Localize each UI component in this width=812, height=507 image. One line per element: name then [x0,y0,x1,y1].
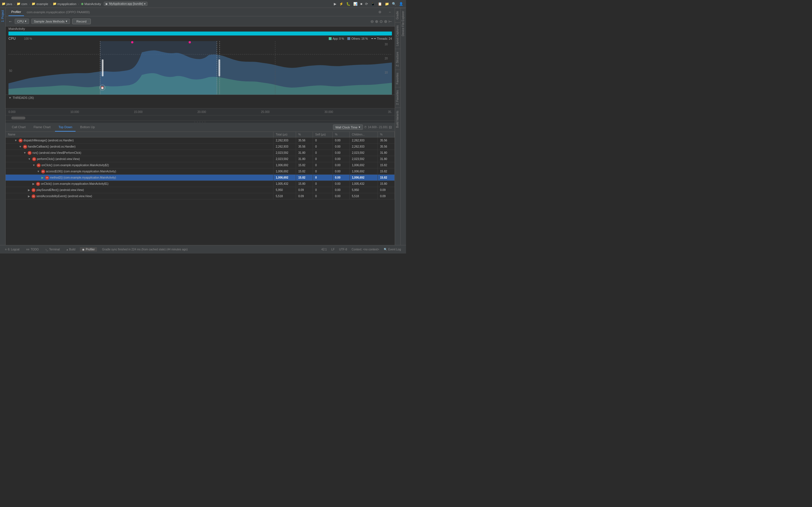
breadcrumb-myapplication[interactable]: 📁 myapplication [53,2,77,6]
th-children[interactable]: Children... [350,132,378,137]
th-children-pct[interactable]: % [378,132,395,137]
sync-button[interactable]: ⟳ [364,1,369,6]
attach-debug-button[interactable]: 🐛 [345,1,352,6]
status-tab-event-log[interactable]: 🔍 Event Log [382,247,403,251]
expand-icon[interactable]: ▼ [37,170,40,173]
table-row[interactable]: ▼ m performClick() (android.view.View) 2… [6,156,395,162]
zoom-fit-button[interactable]: ⊛ [384,19,388,24]
sidebar-item-gradle[interactable]: Gradle [395,8,400,22]
row-5-self-pct: 0.00 [333,162,350,168]
zoom-out-button[interactable]: ⊖ [370,19,374,24]
method-icon: m [23,145,27,149]
row-8-total-pct: 15.80 [296,181,313,187]
tab-bottom-up[interactable]: Bottom Up [77,123,98,131]
expand-icon[interactable]: ▼ [28,158,31,161]
row-6-self-pct: 0.00 [333,168,350,174]
zoom-end-button[interactable]: ⊢ [389,19,392,24]
back-button[interactable]: ← [8,19,12,24]
status-tab-profiler[interactable]: ◉ Profiler [80,247,97,251]
zoom-in-button[interactable]: ⊕ [375,19,378,24]
sidebar-item-layout-captures[interactable]: Layout Captures [395,22,400,49]
expand-icon[interactable]: ▶ [28,188,30,191]
table-row[interactable]: ▶ m playSoundEffect() (android.view.View… [6,187,395,193]
play-icon[interactable]: ▶ [42,176,44,179]
logcat-icon: ≡ [5,248,7,251]
sidebar-item-device-file-explorer[interactable]: Device File Explorer [401,8,405,39]
profiler-header: Profiler com.example.myapplication (OPPO… [6,8,395,16]
th-total-pct[interactable]: % [296,132,313,137]
row-9-children: 5,950 [350,187,378,193]
scroll-thumb[interactable] [11,117,26,119]
th-name[interactable]: Name [6,132,273,137]
profiler-button[interactable]: 📊 [352,1,359,6]
status-tab-logcat[interactable]: ≡ 6: Logcat [3,247,22,251]
table-row-selected[interactable]: ▶ m method2() (com.example.myapplication… [6,175,395,181]
row-6-total-pct: 15.82 [296,168,313,174]
filter-button[interactable]: ⊟ [389,125,392,129]
search-button[interactable]: 🔍 [391,1,397,6]
zoom-reset-button[interactable]: ⊙ [379,19,383,24]
status-tab-build[interactable]: ▴ Build [64,247,78,251]
sidebar-item-favorites[interactable]: Favorites [395,69,400,87]
expand-icon[interactable]: ▼ [14,139,17,142]
row-3-name: ▼ m run() (android.view.View$PerformClic… [6,150,273,156]
cpu-chart-container[interactable]: 30 20 10 ⏰ [8,41,392,95]
th-self[interactable]: Self (μs) [313,132,333,137]
tab-profiler[interactable]: Profiler [8,8,24,16]
threads-row[interactable]: ▼ THREADS (26) [6,95,395,101]
sidebar-item-project[interactable]: 1: Project [1,8,5,24]
wall-clock-time-selector[interactable]: Wall Clock Time ▾ [333,124,363,130]
stop-button[interactable]: ■ [359,1,363,6]
table-row[interactable]: ▼ m run() (android.view.View$PerformClic… [6,150,395,156]
expand-icon[interactable]: ▶ [28,194,30,198]
expand-icon[interactable]: ▼ [33,164,35,167]
status-tab-terminal[interactable]: ›_ Terminal [43,247,62,251]
status-tab-todo[interactable]: ≡≡ TODO [24,247,41,251]
table-row[interactable]: ▶ m onClick() (com.example.myapplication… [6,181,395,187]
profiler-settings-button[interactable]: ⚙ [377,10,383,15]
debug-button[interactable]: ⚡ [338,1,345,6]
svg-text:20: 20 [385,57,388,60]
breadcrumb-example[interactable]: 📁 example [32,2,48,6]
project-structure-button[interactable]: 📁 [384,1,390,6]
table-row[interactable]: ▼ m dispatchMessage() (android.os.Handle… [6,137,395,144]
table-row[interactable]: ▼ m onClick() (com.example.myapplication… [6,162,395,168]
sidebar-item-structure[interactable]: Z: Structure [395,49,400,69]
tab-top-down[interactable]: Top Down [55,123,75,131]
table-row[interactable]: ▼ m handleCallback() (android.os.Handler… [6,144,395,150]
tab-call-chart[interactable]: Call Chart [8,123,29,131]
table-container[interactable]: ▼ m dispatchMessage() (android.os.Handle… [6,137,395,245]
run-config-selector[interactable]: ▶ MyApplication:app [bundle] ▾ [104,2,147,6]
cpu-legend: App: 0 % Others: 16 % Threads: 24 [329,37,392,40]
tab-flame-chart[interactable]: Flame Chart [30,123,54,131]
legend-app: App: 0 % [329,37,344,40]
row-3-self: 0 [313,150,333,156]
th-total[interactable]: Total (μs) [273,132,296,137]
sdk-manager-button[interactable]: 📋 [377,1,383,6]
table-row[interactable]: ▶ m sendAccessibilityEvent() (android.vi… [6,193,395,200]
row-4-children-pct: 31.80 [378,156,395,162]
run-button[interactable]: ▶ [333,1,338,6]
record-button[interactable]: Record [72,18,91,24]
sidebar-item-2-favorites[interactable]: 2: Favorites [395,87,400,108]
breadcrumb-mainactivity[interactable]: ◉ MainActivity [81,2,101,6]
th-self-pct[interactable]: % [333,132,350,137]
account-button[interactable]: 👤 [398,1,404,6]
row-7-children-pct: 15.82 [378,175,395,180]
expand-icon[interactable]: ▼ [19,145,22,148]
run-config-icon: ▶ [106,2,108,5]
avd-button[interactable]: 📱 [370,1,376,6]
breadcrumb-com[interactable]: 📁 com [17,2,28,6]
profiler-minimize-button[interactable]: − [388,10,392,15]
breadcrumb-java[interactable]: 📁 java [2,2,12,6]
cpu-selector[interactable]: CPU ▾ [15,18,29,24]
row-8-name: ▶ m onClick() (com.example.myapplication… [6,181,273,187]
table-row[interactable]: ▼ m access$100() (com.example.myapplicat… [6,168,395,175]
bottom-section: Call Chart Flame Chart Top Down Bottom U… [6,123,395,245]
sidebar-item-build-variants[interactable]: Build Variants [395,108,400,131]
activity-bar [8,32,392,36]
resize-handle[interactable]: • • • • • [6,121,395,123]
expand-icon[interactable]: ▶ [33,182,35,185]
expand-icon[interactable]: ▼ [23,151,26,154]
sample-method-selector[interactable]: Sample Java Methods ▾ [31,18,70,24]
